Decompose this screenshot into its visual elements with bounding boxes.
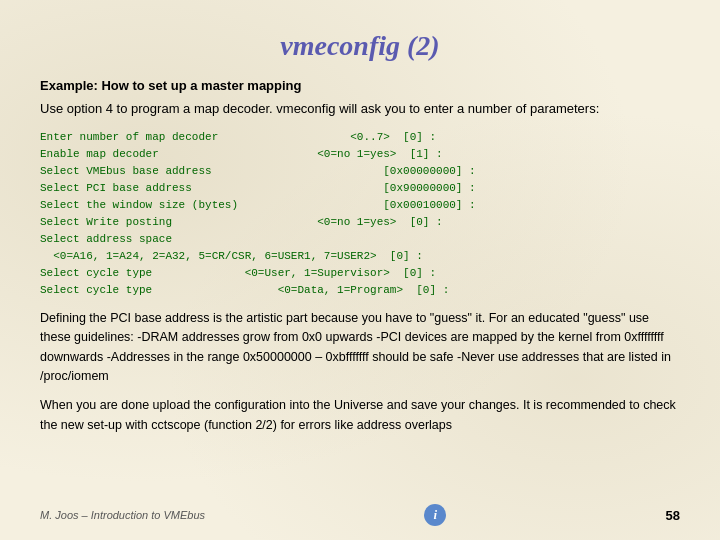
body-paragraph-2: When you are done upload the configurati… — [40, 396, 680, 435]
page-number: 58 — [666, 508, 680, 523]
example-heading: Example: How to set up a master mapping — [40, 78, 680, 93]
slide-title: vmeconfig (2) — [40, 30, 680, 62]
body-paragraph-1: Defining the PCI base address is the art… — [40, 309, 680, 387]
footer-attribution: M. Joos – Introduction to VMEbus — [40, 509, 205, 521]
info-icon[interactable]: i — [424, 504, 446, 526]
slide-container: vmeconfig (2) Example: How to set up a m… — [0, 0, 720, 540]
code-block: Enter number of map decoder <0..7> [0] :… — [40, 129, 680, 299]
intro-text: Use option 4 to program a map decoder. v… — [40, 99, 680, 119]
slide-footer: M. Joos – Introduction to VMEbus i 58 — [40, 504, 680, 526]
